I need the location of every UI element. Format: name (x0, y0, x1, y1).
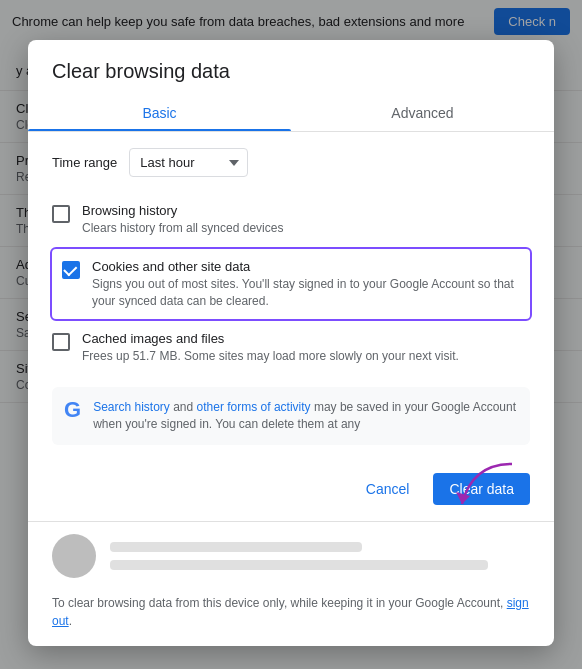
cached-images-checkbox[interactable] (52, 333, 70, 351)
clear-data-button[interactable]: Clear data (433, 473, 530, 505)
tab-advanced[interactable]: Advanced (291, 95, 554, 131)
other-activity-link[interactable]: other forms of activity (197, 400, 311, 414)
cached-images-text: Cached images and files Frees up 51.7 MB… (82, 331, 530, 365)
clear-browsing-data-dialog: Clear browsing data Basic Advanced Time … (28, 40, 554, 646)
browsing-history-label: Browsing history (82, 203, 530, 218)
search-history-link[interactable]: Search history (93, 400, 170, 414)
avatar-lines (110, 542, 530, 570)
time-range-select[interactable]: Last hour Last 24 hours Last 7 days Last… (129, 148, 248, 177)
google-logo: G (64, 399, 81, 421)
cancel-button[interactable]: Cancel (350, 473, 426, 505)
time-range-row: Time range Last hour Last 24 hours Last … (52, 148, 530, 177)
cookies-item: Cookies and other site data Signs you ou… (50, 247, 532, 322)
browsing-history-desc: Clears history from all synced devices (82, 220, 530, 237)
google-info-box: G Search history and other forms of acti… (52, 387, 530, 445)
bottom-text-prefix: To clear browsing data from this device … (52, 596, 507, 610)
avatar (52, 534, 96, 578)
dialog-footer: Cancel Clear data (28, 461, 554, 521)
cached-images-label: Cached images and files (82, 331, 530, 346)
cookies-label: Cookies and other site data (92, 259, 520, 274)
line-short (110, 542, 362, 552)
line-long (110, 560, 488, 570)
cached-images-desc: Frees up 51.7 MB. Some sites may load mo… (82, 348, 530, 365)
tab-basic[interactable]: Basic (28, 95, 291, 131)
browsing-history-item: Browsing history Clears history from all… (52, 193, 530, 247)
time-range-label: Time range (52, 155, 117, 170)
browsing-history-text: Browsing history Clears history from all… (82, 203, 530, 237)
cookies-checkbox[interactable] (62, 261, 80, 279)
browsing-history-checkbox[interactable] (52, 205, 70, 223)
google-info-and: and (170, 400, 197, 414)
cookies-text: Cookies and other site data Signs you ou… (92, 259, 520, 310)
cached-images-item: Cached images and files Frees up 51.7 MB… (52, 321, 530, 375)
google-info-text: Search history and other forms of activi… (93, 399, 518, 433)
dialog-body: Time range Last hour Last 24 hours Last … (28, 132, 554, 461)
cookies-desc: Signs you out of most sites. You'll stay… (92, 276, 520, 310)
bottom-info-area (28, 521, 554, 594)
bottom-text-area: To clear browsing data from this device … (28, 594, 554, 646)
dialog-title: Clear browsing data (28, 40, 554, 83)
dialog-tabs: Basic Advanced (28, 95, 554, 132)
bottom-text-end: . (69, 614, 72, 628)
